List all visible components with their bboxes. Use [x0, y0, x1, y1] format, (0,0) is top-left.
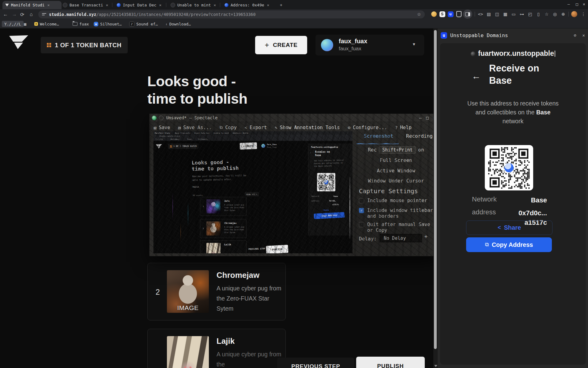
- account-menu[interactable]: faux_fuax faux_fuax ▾: [315, 35, 424, 56]
- spectacle-maximize-icon[interactable]: □: [426, 115, 428, 120]
- token-card-lajik[interactable]: Lajik A unique cyber pug from the: [147, 329, 286, 368]
- checkbox-icon[interactable]: [359, 198, 364, 203]
- tab-base-transaction[interactable]: Base Transacti ×: [60, 1, 115, 9]
- site-info-icon[interactable]: [42, 13, 46, 16]
- export-button[interactable]: <Export: [245, 125, 267, 130]
- window-minimize-button[interactable]: –: [567, 2, 570, 6]
- extension-metamask-icon[interactable]: [430, 10, 438, 18]
- token-description: A unique cyber pug from the: [217, 349, 281, 368]
- manifold-logo[interactable]: [9, 35, 28, 49]
- page-search-icon[interactable]: ◎: [551, 10, 559, 18]
- checkbox-icon[interactable]: [359, 222, 364, 227]
- back-icon[interactable]: ←: [3, 12, 8, 17]
- tab-close-icon[interactable]: ×: [106, 3, 108, 7]
- bookmark-label: Silhouet…: [100, 22, 122, 26]
- bookmark-fuax-folder[interactable]: fuax: [73, 21, 89, 27]
- bookmark-silhouette[interactable]: wSilhouet…: [94, 21, 122, 27]
- reading-list-icon[interactable]: ◫: [493, 10, 501, 18]
- qr-code: [485, 145, 533, 190]
- extension-s-icon[interactable]: S: [438, 10, 446, 18]
- bookmark-download[interactable]: ↓Download…: [165, 21, 191, 27]
- spectacle-window[interactable]: Unsaved* — Spectacle – □ ✕ ▤Save ▤Save A…: [149, 113, 438, 256]
- forward-icon[interactable]: →: [12, 12, 17, 17]
- configure-button[interactable]: ⚙Configure...: [348, 125, 387, 130]
- copy-address-button[interactable]: ⧉ Copy Address: [466, 237, 552, 252]
- capture-mode-window-under-cursor[interactable]: Window Under Cursor: [356, 178, 435, 184]
- bookmark-star-icon[interactable]: ☆: [417, 12, 421, 17]
- window-maximize-button[interactable]: □: [576, 2, 578, 6]
- create-button[interactable]: + CREATE: [255, 36, 307, 54]
- delay-increment-button[interactable]: +: [424, 233, 428, 240]
- publish-button[interactable]: PUBLISH: [356, 357, 425, 368]
- mini-token-card: Lajik: [200, 240, 247, 253]
- reload-icon[interactable]: ⟳: [20, 12, 24, 17]
- browser-menu-icon[interactable]: ⋮: [579, 10, 587, 18]
- previous-step-button[interactable]: PREVIOUS STEP: [277, 358, 354, 368]
- code-icon[interactable]: <>: [477, 10, 484, 18]
- tab-close-icon[interactable]: ×: [214, 3, 216, 7]
- pin-icon[interactable]: ⊘: [574, 33, 576, 38]
- tab-address[interactable]: Address: 0x49e ×: [222, 1, 279, 9]
- token-card-chromejaw[interactable]: 2 IMAGE Chromejaw A unique cyber pug fro…: [147, 263, 286, 320]
- new-tab-button[interactable]: +: [277, 1, 289, 9]
- tab-close-icon[interactable]: ×: [159, 3, 162, 7]
- lock-icon: [34, 22, 38, 26]
- star-add-icon[interactable]: ☆: [543, 10, 551, 18]
- back-arrow-icon[interactable]: ←: [472, 71, 481, 81]
- extensions-icon[interactable]: ⊕: [559, 10, 567, 18]
- password-key-icon[interactable]: ⊶: [518, 10, 526, 18]
- checkbox-label: Quit after manual Save or Copy: [367, 222, 435, 233]
- chevron-down-icon: ▾: [413, 41, 415, 47]
- domain-name[interactable]: fuartworx.unstoppable: [440, 49, 586, 58]
- checkbox-label: Include mouse pointer: [367, 198, 427, 204]
- tab-input-data[interactable]: Input Data Dec ×: [114, 1, 169, 9]
- checkbox-quit-after-save[interactable]: Quit after manual Save or Copy: [359, 222, 435, 233]
- calendar-icon[interactable]: ◰: [526, 10, 534, 18]
- tab-manifold-studio[interactable]: Manifold Studi ×: [2, 1, 62, 9]
- extension-unstoppable-icon[interactable]: u: [447, 10, 454, 18]
- delay-input[interactable]: No Delay: [380, 234, 422, 242]
- tab-group-icon[interactable]: ▭: [510, 10, 518, 18]
- bookmark-sound-effects[interactable]: ♪Sound ef…: [129, 21, 158, 27]
- save-as-button[interactable]: ▤Save As...: [178, 125, 212, 130]
- checkbox-include-titlebar[interactable]: ✓ Include window titlebar and borders: [359, 208, 435, 219]
- side-panel-icon[interactable]: [463, 10, 472, 19]
- window-close-button[interactable]: ✕: [583, 2, 585, 6]
- share-button[interactable]: < Share: [466, 220, 552, 235]
- capture-mode-fullscreen[interactable]: Full Screen: [356, 157, 435, 163]
- bookmark-welcome[interactable]: Welcome…: [34, 21, 59, 27]
- tab-recording[interactable]: Recording: [406, 133, 433, 139]
- extension-jar-icon[interactable]: [455, 10, 463, 18]
- checkbox-include-mouse-pointer[interactable]: Include mouse pointer: [359, 198, 435, 204]
- home-icon[interactable]: ⌂: [30, 12, 33, 17]
- annotation-tools-button[interactable]: ✎Show Annotation Tools: [275, 125, 340, 130]
- capture-mode-region[interactable]: RecShift+Printon: [356, 146, 435, 154]
- print-icon[interactable]: ▤: [485, 10, 493, 18]
- copy-button[interactable]: ⧉Copy: [220, 125, 237, 130]
- bookmark-item[interactable]: Y./,//L: [2, 21, 24, 27]
- qr-generator-icon[interactable]: ▦: [501, 10, 509, 18]
- spectacle-minimize-icon[interactable]: –: [419, 115, 422, 120]
- save-button[interactable]: ▤Save: [154, 125, 170, 130]
- profile-avatar[interactable]: [570, 10, 578, 18]
- trash-icon[interactable]: ▯: [534, 10, 542, 18]
- apps-grid-icon[interactable]: ▦: [24, 21, 26, 27]
- tab-close-icon[interactable]: ×: [47, 3, 50, 7]
- tab-unable-to-mint[interactable]: Unable to mint ×: [168, 1, 223, 9]
- page-scrollbar[interactable]: [433, 29, 438, 368]
- scrollbar-thumb[interactable]: [434, 30, 437, 349]
- checkbox-icon[interactable]: ✓: [359, 208, 364, 213]
- mini-unstoppable-panel: fuartworx.unstoppable ← Receive on Base …: [308, 144, 352, 236]
- tab-screenshot[interactable]: Screenshot: [364, 133, 393, 139]
- help-button[interactable]: ?Help: [395, 125, 412, 130]
- url-bar[interactable]: studio.manifold.xyz/apps/2521435831/inst…: [38, 10, 425, 18]
- token-image: [167, 336, 209, 368]
- token-batch-chip[interactable]: 1 OF 1 TOKEN BATCH: [41, 37, 128, 53]
- mini-bookmarks: Y./,//L Welcome… fuax Silhouet…: [153, 138, 352, 141]
- scrollbar-down-arrow[interactable]: [434, 365, 437, 367]
- tab-close-icon[interactable]: ×: [267, 3, 270, 7]
- mini-previous-step: PREVIOUS STEP: [248, 247, 265, 251]
- spectacle-titlebar[interactable]: Unsaved* — Spectacle – □ ✕: [149, 114, 438, 122]
- panel-close-icon[interactable]: ✕: [582, 33, 585, 38]
- capture-mode-active-window[interactable]: Active Window: [356, 168, 435, 174]
